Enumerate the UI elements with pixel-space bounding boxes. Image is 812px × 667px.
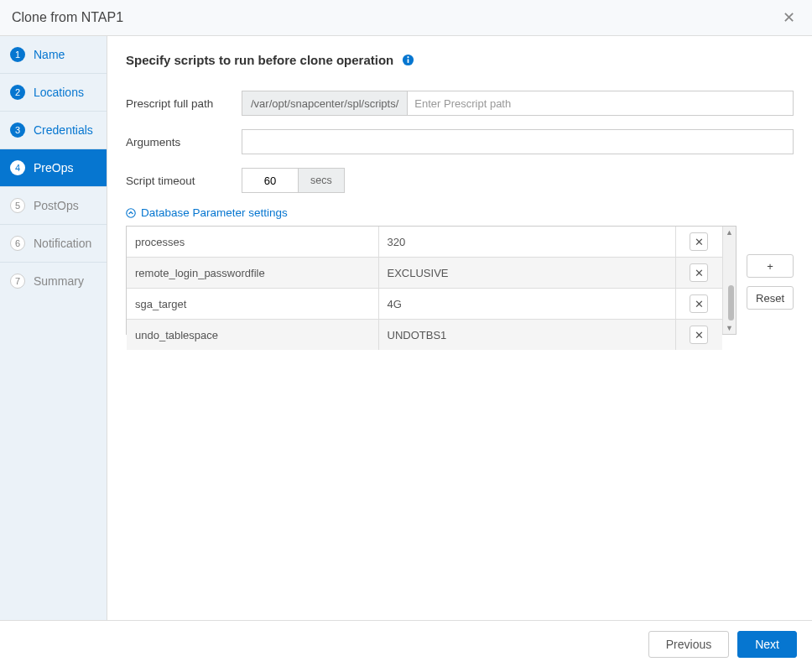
remove-row-button[interactable]: ✕ — [690, 263, 708, 282]
step-number: 2 — [10, 85, 25, 100]
prescript-group: /var/opt/snapcenter/spl/scripts/ — [242, 91, 794, 116]
step-preops[interactable]: 4 PreOps — [0, 149, 107, 187]
remove-row-button[interactable]: ✕ — [690, 232, 708, 251]
db-params-title: Database Parameter settings — [141, 206, 288, 219]
step-label: PreOps — [34, 161, 73, 175]
table-row: remote_login_passwordfile EXCLUSIVE ✕ — [127, 258, 722, 289]
arguments-label: Arguments — [126, 136, 233, 149]
remove-row-button[interactable]: ✕ — [690, 294, 708, 313]
step-number: 1 — [10, 47, 25, 62]
wizard-sidebar: 1 Name 2 Locations 3 Credentials 4 PreOp… — [0, 36, 107, 624]
scroll-down-icon[interactable]: ▼ — [723, 322, 736, 334]
timeout-group: secs — [242, 168, 345, 193]
step-label: Name — [34, 48, 65, 61]
params-area: processes 320 ✕ remote_login_passwordfil… — [126, 226, 794, 335]
dialog-title: Clone from NTAP1 — [12, 10, 123, 25]
step-number: 4 — [10, 160, 25, 175]
svg-point-3 — [127, 208, 135, 216]
close-icon[interactable]: ✕ — [778, 7, 800, 29]
dialog-header: Clone from NTAP1 ✕ — [0, 0, 812, 36]
scrollbar[interactable]: ▲ ▼ — [722, 227, 736, 334]
info-icon[interactable] — [402, 54, 414, 66]
param-remove-cell: ✕ — [675, 258, 722, 289]
params-table-wrap: processes 320 ✕ remote_login_passwordfil… — [126, 226, 737, 335]
content-area: Specify scripts to run before clone oper… — [107, 36, 812, 624]
dialog-footer: Previous Next — [0, 620, 812, 667]
params-side-buttons: + Reset — [747, 254, 794, 310]
step-number: 7 — [10, 274, 25, 289]
param-remove-cell: ✕ — [675, 320, 722, 351]
arguments-input[interactable] — [242, 129, 794, 154]
param-value-cell[interactable]: UNDOTBS1 — [378, 320, 675, 351]
page-title: Specify scripts to run before clone oper… — [126, 53, 393, 67]
scroll-thumb[interactable] — [728, 285, 734, 320]
prescript-label: Prescript full path — [126, 97, 233, 110]
svg-rect-1 — [408, 59, 409, 63]
table-row: sga_target 4G ✕ — [127, 289, 722, 320]
previous-button[interactable]: Previous — [648, 631, 729, 658]
table-row: undo_tablespace UNDOTBS1 ✕ — [127, 320, 722, 351]
param-name-cell[interactable]: sga_target — [127, 289, 378, 320]
param-value-cell[interactable]: 320 — [378, 227, 675, 258]
step-number: 5 — [10, 198, 25, 213]
scroll-up-icon[interactable]: ▲ — [723, 227, 736, 238]
step-locations[interactable]: 2 Locations — [0, 74, 107, 112]
reset-button[interactable]: Reset — [747, 286, 794, 310]
step-label: PostOps — [34, 199, 79, 212]
step-credentials[interactable]: 3 Credentials — [0, 112, 107, 149]
param-name-cell[interactable]: undo_tablespace — [127, 320, 378, 351]
param-name-cell[interactable]: remote_login_passwordfile — [127, 258, 378, 289]
timeout-input[interactable] — [242, 168, 299, 193]
step-label: Credentials — [34, 123, 93, 137]
step-label: Summary — [34, 274, 84, 288]
timeout-unit: secs — [299, 168, 345, 193]
dialog-body: 1 Name 2 Locations 3 Credentials 4 PreOp… — [0, 36, 812, 624]
step-label: Notification — [34, 237, 91, 250]
prescript-prefix: /var/opt/snapcenter/spl/scripts/ — [242, 91, 407, 116]
row-prescript: Prescript full path /var/opt/snapcenter/… — [126, 91, 794, 116]
param-value-cell[interactable]: EXCLUSIVE — [378, 258, 675, 289]
table-row: processes 320 ✕ — [127, 227, 722, 258]
step-label: Locations — [34, 86, 84, 99]
step-number: 6 — [10, 236, 25, 251]
step-number: 3 — [10, 122, 25, 138]
prescript-input[interactable] — [407, 91, 794, 116]
step-postops[interactable]: 5 PostOps — [0, 187, 107, 225]
timeout-label: Script timeout — [126, 175, 233, 187]
param-name-cell[interactable]: processes — [127, 227, 378, 258]
next-button[interactable]: Next — [737, 631, 797, 658]
step-summary[interactable]: 7 Summary — [0, 263, 107, 300]
db-params-toggle[interactable]: Database Parameter settings — [126, 206, 794, 219]
remove-row-button[interactable]: ✕ — [690, 326, 708, 344]
param-value-cell[interactable]: 4G — [378, 289, 675, 320]
param-remove-cell: ✕ — [675, 227, 722, 258]
step-notification[interactable]: 6 Notification — [0, 225, 107, 263]
params-table: processes 320 ✕ remote_login_passwordfil… — [127, 227, 722, 350]
page-heading: Specify scripts to run before clone oper… — [126, 53, 794, 67]
svg-point-2 — [408, 56, 409, 58]
row-arguments: Arguments — [126, 129, 794, 154]
add-row-button[interactable]: + — [747, 254, 794, 278]
collapse-icon — [126, 208, 136, 218]
row-timeout: Script timeout secs — [126, 168, 794, 193]
param-remove-cell: ✕ — [675, 289, 722, 320]
step-name[interactable]: 1 Name — [0, 36, 107, 74]
